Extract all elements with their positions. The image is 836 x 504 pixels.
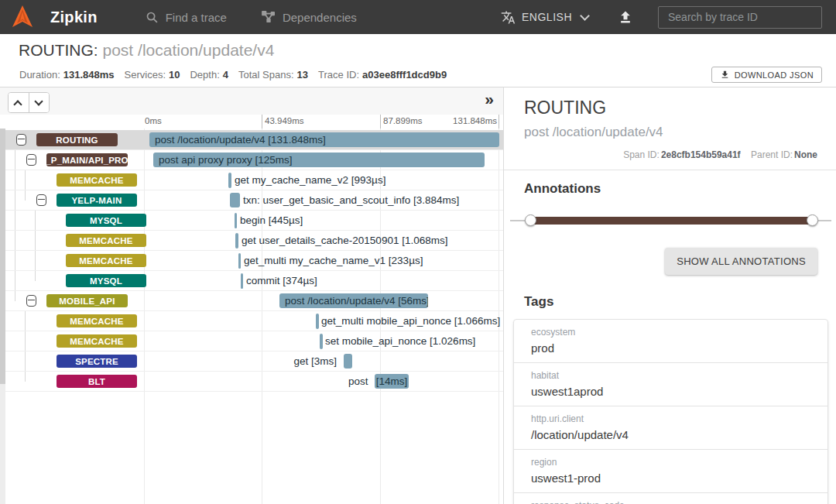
trace-row[interactable]: YELP-MAINtxn: user_get_basic_and_scout_i…	[5, 190, 503, 211]
span-bar[interactable]	[238, 253, 241, 269]
trace-row[interactable]: MEMCACHEget my_cache_name_v2 [993µs]	[5, 170, 503, 190]
tag-value: prod	[531, 341, 810, 355]
tag-key: region	[531, 457, 810, 468]
span-bar[interactable]: post /location/update/v4 [56ms]	[279, 293, 428, 308]
span-label: post /location/update/v4 [56ms]	[279, 293, 428, 308]
tag-item: habitatuswest1aprod	[513, 362, 828, 406]
tag-item: http.uri.client/location/update/v4	[513, 406, 828, 450]
dependencies-icon	[262, 11, 276, 23]
span-bar[interactable]	[316, 314, 319, 329]
nav-find-a-trace-label: Find a trace	[166, 11, 227, 24]
trace-row[interactable]: ROUTINGpost /location/update/v4 [131.848…	[5, 130, 503, 150]
stat-total-spans: Total Spans:13	[238, 69, 308, 81]
tag-item: ecosystemprod	[513, 319, 828, 363]
search-icon	[146, 11, 159, 24]
service-badge[interactable]: _P_MAIN/API_PRO	[46, 153, 128, 166]
detail-service-title: ROUTING	[524, 98, 817, 118]
trace-row[interactable]: MOBILE_APIpost /location/update/v4 [56ms…	[5, 291, 503, 311]
upload-icon	[618, 9, 633, 25]
span-bar[interactable]: [14ms]	[375, 374, 409, 389]
search-input[interactable]	[658, 6, 822, 29]
service-badge[interactable]: YELP-MAIN	[57, 194, 137, 207]
span-label: get_multi mobile_api_nonce [1.066ms]	[321, 315, 500, 327]
language-selector[interactable]: ENGLISH	[501, 10, 588, 25]
slider-range[interactable]	[530, 217, 813, 225]
collapse-panel-icon[interactable]: »	[485, 90, 494, 108]
nav-dependencies-label: Dependencies	[283, 11, 357, 24]
span-bar[interactable]	[320, 334, 323, 349]
service-badge[interactable]: MEMCACHE	[57, 314, 137, 327]
detail-span-name: post /location/update/v4	[524, 125, 817, 140]
trace-row[interactable]: BLT[14ms]post	[5, 372, 503, 392]
translate-icon	[501, 10, 516, 25]
span-label: commit [374µs]	[246, 275, 317, 286]
span-bar[interactable]	[235, 233, 238, 249]
collapse-expand-controls	[8, 92, 50, 113]
tag-item: response_status_code200	[513, 492, 828, 504]
collapse-toggle-icon[interactable]	[26, 295, 36, 307]
chevron-up-icon	[13, 100, 22, 108]
stat-duration: Duration:131.848ms	[19, 69, 115, 81]
trace-row[interactable]: MYSQLbegin [445µs]	[5, 211, 503, 231]
download-icon	[720, 70, 730, 80]
show-all-annotations-button[interactable]: SHOW ALL ANNOTATIONS	[665, 248, 817, 275]
span-bar[interactable]: post /location/update/v4 [131.848ms]	[149, 132, 499, 147]
page-title: ROUTING: post /location/update/v4	[19, 41, 274, 60]
span-bar[interactable]	[235, 213, 237, 228]
tag-value: uswest1aprod	[531, 385, 810, 398]
tags-title: Tags	[524, 294, 817, 310]
service-badge[interactable]: MOBILE_API	[46, 294, 128, 307]
tag-key: ecosystem	[531, 327, 810, 338]
span-label: get_multi my_cache_name_v1 [233µs]	[244, 255, 423, 266]
tick-label: 131.848ms	[453, 116, 497, 125]
service-badge[interactable]: MEMCACHE	[57, 173, 137, 187]
brand-title: Zipkin	[50, 9, 98, 26]
download-json-button[interactable]: DOWNLOAD JSON	[711, 67, 822, 83]
service-badge[interactable]: ROUTING	[36, 133, 118, 146]
slider-handle-left[interactable]	[525, 214, 536, 226]
service-badge[interactable]: MEMCACHE	[66, 234, 146, 247]
trace-row[interactable]: SPECTREget [3ms]	[5, 351, 503, 372]
collapse-toggle-icon[interactable]	[26, 154, 36, 166]
collapse-toggle-icon[interactable]	[36, 194, 46, 206]
span-bar[interactable]: post api proxy proxy [125ms]	[153, 153, 485, 167]
timeline-ruler: 0ms 43.949ms 87.899ms 131.848ms	[0, 115, 503, 129]
trace-title-bar: ROUTING: post /location/update/v4	[0, 34, 836, 62]
span-label: [14ms]	[375, 374, 409, 389]
nav-find-a-trace[interactable]: Find a trace	[146, 11, 227, 24]
collapse-toggle-icon[interactable]	[16, 134, 26, 146]
trace-row[interactable]: MEMCACHEget_multi mobile_api_nonce [1.06…	[5, 311, 503, 331]
span-bar[interactable]	[344, 354, 352, 369]
service-badge[interactable]: MYSQL	[66, 274, 146, 287]
span-ids-line: Span ID:2e8cfb154b59a41f Parent ID:None	[524, 149, 817, 160]
service-badge[interactable]: MYSQL	[66, 214, 146, 227]
span-bar[interactable]	[241, 273, 243, 289]
trace-row[interactable]: MEMCACHEget user_details_cache-20150901 …	[5, 231, 503, 251]
service-badge[interactable]: MEMCACHE	[66, 254, 146, 267]
nav-dependencies[interactable]: Dependencies	[262, 11, 357, 24]
trace-row[interactable]: MEMCACHEget_multi my_cache_name_v1 [233µ…	[5, 251, 503, 271]
tag-value: uswest1-prod	[531, 471, 810, 485]
span-label: get [3ms]	[293, 355, 337, 367]
service-badge[interactable]: MEMCACHE	[57, 334, 137, 348]
span-bar[interactable]	[228, 173, 231, 188]
span-bar[interactable]	[230, 193, 240, 207]
stat-depth: Depth:4	[190, 69, 228, 81]
collapse-all-button[interactable]	[9, 93, 29, 112]
tick-label: 43.949ms	[265, 116, 304, 125]
upload-trace-button[interactable]	[618, 9, 633, 25]
stat-trace-id: Trace ID:a03ee8fff1dcd9b9	[318, 69, 447, 81]
expand-all-button[interactable]	[29, 93, 49, 112]
span-label: get my_cache_name_v2 [993µs]	[235, 174, 385, 186]
tag-value: /location/update/v4	[531, 428, 810, 441]
tick-label: 0ms	[145, 116, 162, 125]
span-id-label: Span ID:	[623, 149, 660, 160]
trace-row[interactable]: MYSQLcommit [374µs]	[5, 271, 503, 291]
slider-handle-right[interactable]	[807, 214, 818, 226]
service-badge[interactable]: BLT	[57, 375, 137, 388]
trace-stats-bar: Duration:131.848ms Services:10 Depth:4 T…	[0, 62, 836, 87]
trace-row[interactable]: _P_MAIN/API_PROpost api proxy proxy [125…	[5, 150, 503, 170]
trace-row[interactable]: MEMCACHEset mobile_api_nonce [1.026ms]	[5, 331, 503, 351]
service-badge[interactable]: SPECTRE	[57, 355, 137, 368]
parent-id-value: None	[794, 149, 817, 160]
